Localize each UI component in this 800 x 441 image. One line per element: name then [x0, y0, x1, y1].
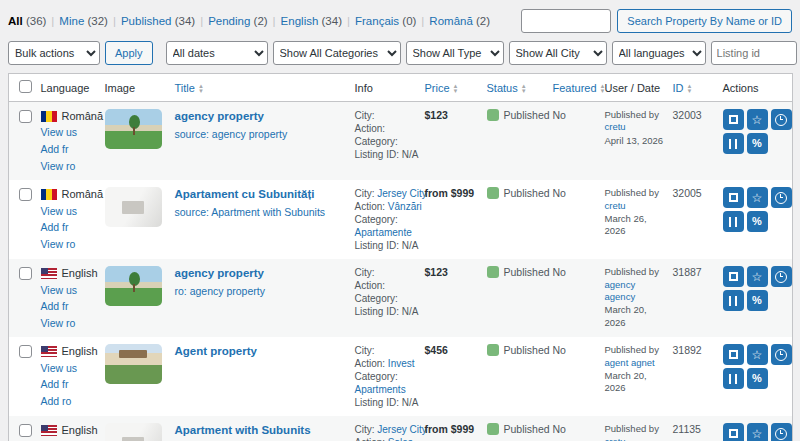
dates-select[interactable]: All dates: [166, 41, 268, 65]
ro-translation-link[interactable]: View ro: [41, 160, 97, 174]
flag-usa-icon: [41, 346, 57, 357]
action-button-clock[interactable]: [771, 187, 792, 208]
header-status[interactable]: Status▲▼: [483, 74, 549, 102]
language-label: English: [62, 423, 98, 437]
row-checkbox[interactable]: [19, 267, 32, 280]
category-link[interactable]: Apartments: [355, 384, 406, 395]
author-link[interactable]: agent agnet: [605, 357, 655, 368]
property-title-link[interactable]: Apartment with Subunits: [175, 423, 347, 438]
tab-pending[interactable]: Pending (2): [208, 15, 267, 27]
tab-all[interactable]: All (36): [8, 15, 46, 27]
tab-english[interactable]: English (34): [281, 15, 342, 27]
property-source-link[interactable]: source: agency property: [175, 128, 347, 142]
header-price[interactable]: Price▲▼: [421, 74, 483, 102]
header-featured[interactable]: Featured▲▼: [549, 74, 601, 102]
search-input[interactable]: [521, 9, 611, 33]
published-status-square: [487, 187, 499, 199]
view-us-link[interactable]: View us: [41, 284, 97, 298]
select-all-checkbox[interactable]: [19, 80, 32, 93]
action-button-square[interactable]: [723, 266, 744, 287]
add-fr-link[interactable]: Add fr: [41, 143, 97, 157]
price-text: $123: [425, 109, 448, 121]
property-thumbnail[interactable]: [105, 109, 162, 149]
action-button-square[interactable]: [723, 344, 744, 365]
city-label: City:: [355, 267, 375, 278]
action-button-pause[interactable]: [723, 133, 744, 154]
tab-published[interactable]: Published (34): [121, 15, 195, 27]
author-link[interactable]: agency agency: [605, 279, 636, 302]
row-checkbox[interactable]: [19, 345, 32, 358]
action-link[interactable]: Sales: [388, 437, 413, 441]
header-id[interactable]: ID▲▼: [669, 74, 719, 102]
view-us-link[interactable]: View us: [41, 205, 97, 219]
action-button-clock[interactable]: [771, 266, 792, 287]
view-us-link[interactable]: View us: [41, 126, 97, 140]
apply-button[interactable]: Apply: [105, 41, 153, 65]
author-link[interactable]: cretu: [605, 121, 626, 132]
action-button-square[interactable]: [723, 423, 744, 441]
languages-select[interactable]: All languages: [612, 41, 706, 65]
star-icon: ☆: [752, 271, 763, 283]
author-link[interactable]: cretu: [605, 200, 626, 211]
action-button-clock[interactable]: [771, 344, 792, 365]
property-title-link[interactable]: agency property: [175, 109, 347, 124]
search-button[interactable]: Search Property By Name or ID: [617, 9, 792, 33]
price-text: from $999: [425, 187, 475, 199]
type-select[interactable]: Show All Type: [406, 41, 504, 65]
action-link[interactable]: Vânzări: [388, 201, 422, 212]
tab-romana[interactable]: Română (2): [429, 15, 490, 27]
add-fr-link[interactable]: Add fr: [41, 378, 97, 392]
row-checkbox[interactable]: [19, 424, 32, 437]
listing-id-input[interactable]: [711, 41, 797, 65]
action-button-star[interactable]: ☆: [747, 109, 768, 130]
row-checkbox[interactable]: [19, 110, 32, 123]
action-button-clock[interactable]: [771, 109, 792, 130]
add-fr-link[interactable]: Add fr: [41, 221, 97, 235]
ro-translation-link[interactable]: Add ro: [41, 395, 97, 409]
property-title-link[interactable]: agency property: [175, 266, 347, 281]
tab-mine[interactable]: Mine (32): [59, 15, 108, 27]
header-title[interactable]: Title▲▼: [171, 74, 351, 102]
row-checkbox[interactable]: [19, 188, 32, 201]
action-button-star[interactable]: ☆: [747, 187, 768, 208]
action-button-star[interactable]: ☆: [747, 423, 768, 441]
action-button-star[interactable]: ☆: [747, 344, 768, 365]
property-title-link[interactable]: Apartament cu Subunități: [175, 187, 347, 202]
category-link[interactable]: Apartamente: [355, 227, 412, 238]
action-button-percent[interactable]: %: [747, 211, 768, 232]
ro-translation-link[interactable]: View ro: [41, 317, 97, 331]
bulk-actions-select[interactable]: Bulk actions: [8, 41, 100, 65]
categories-select[interactable]: Show All Categories: [273, 41, 401, 65]
action-button-pause[interactable]: [723, 290, 744, 311]
property-thumbnail[interactable]: [105, 187, 162, 227]
star-icon: ☆: [752, 192, 763, 204]
add-fr-link[interactable]: Add fr: [41, 300, 97, 314]
action-button-square[interactable]: [723, 187, 744, 208]
action-button-percent[interactable]: %: [747, 290, 768, 311]
tab-francais[interactable]: Français (0): [355, 15, 416, 27]
property-thumbnail[interactable]: [105, 344, 162, 384]
category-label: Category:: [355, 293, 398, 304]
property-source-link[interactable]: source: Apartment with Subunits: [175, 206, 347, 220]
view-us-link[interactable]: View us: [41, 362, 97, 376]
action-button-clock[interactable]: [771, 423, 792, 441]
property-thumbnail[interactable]: [105, 423, 162, 441]
filters-toolbar: Bulk actions Apply All dates Show All Ca…: [8, 39, 792, 73]
table-row: Română View us Add fr View ro agency pro…: [9, 102, 793, 181]
status-filter-tabs: All (36) | Mine (32) | Published (34) | …: [8, 15, 490, 27]
action-link[interactable]: Invest: [388, 358, 415, 369]
action-button-pause[interactable]: [723, 211, 744, 232]
author-link[interactable]: cretu: [605, 436, 626, 441]
action-button-percent[interactable]: %: [747, 368, 768, 389]
action-button-star[interactable]: ☆: [747, 266, 768, 287]
action-button-pause[interactable]: [723, 368, 744, 389]
property-title-link[interactable]: Agent property: [175, 344, 347, 359]
city-select[interactable]: Show All City: [509, 41, 607, 65]
ro-translation-link[interactable]: View ro: [41, 238, 97, 252]
property-thumbnail[interactable]: [105, 266, 162, 306]
action-button-square[interactable]: [723, 109, 744, 130]
city-link[interactable]: Jersey City: [377, 424, 426, 435]
property-source-link[interactable]: ro: agency property: [175, 285, 347, 299]
action-button-percent[interactable]: %: [747, 133, 768, 154]
city-link[interactable]: Jersey City: [377, 188, 426, 199]
